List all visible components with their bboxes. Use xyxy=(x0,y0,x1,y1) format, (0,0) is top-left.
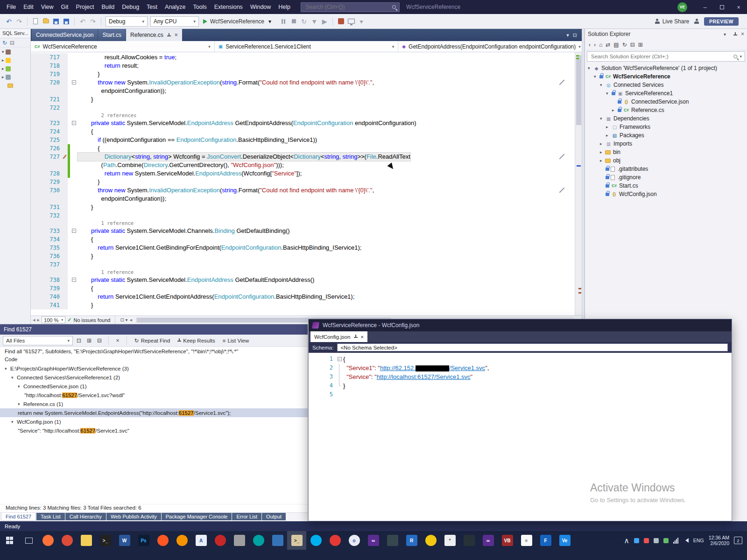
tool-tab-find-61527[interactable]: Find 61527 xyxy=(1,513,36,521)
taskbar-app-dark-tool[interactable] xyxy=(383,531,402,550)
code-text[interactable]: if ((endpointConfiguration == EndpointCo… xyxy=(78,136,317,144)
fold-margin[interactable] xyxy=(70,293,78,301)
suggestion-icon[interactable] xyxy=(559,154,564,159)
tree-expander-icon[interactable]: ▸ xyxy=(600,141,605,146)
tree-expander-icon[interactable]: ▾ xyxy=(18,402,23,406)
code-line[interactable]: 720− throw new System.InvalidOperationEx… xyxy=(31,78,575,87)
tree-expander-icon[interactable]: ▾ xyxy=(594,74,599,79)
menu-item-edit[interactable]: Edit xyxy=(20,0,37,14)
code-line[interactable]: 730 throw new System.InvalidOperationExc… xyxy=(31,186,575,195)
code-text[interactable]: endpointConfiguration)); xyxy=(78,87,166,95)
find-scope-dropdown[interactable]: All Files▾ xyxy=(3,336,73,345)
list-view-button[interactable]: ≡List View xyxy=(220,337,252,344)
breakpoint-margin[interactable] xyxy=(31,220,48,227)
fold-margin[interactable] xyxy=(70,70,78,78)
network-icon[interactable] xyxy=(673,538,678,544)
taskbar-app-photoshop[interactable]: Ps xyxy=(134,531,153,550)
json-text[interactable]: { xyxy=(343,355,345,364)
tree-expander-icon[interactable]: ▸ xyxy=(612,108,617,112)
attach-tool-icon[interactable] xyxy=(336,16,345,27)
expand-all-icon[interactable]: ⊞ xyxy=(85,336,93,345)
taskbar-app-visual-studio-2019[interactable]: ∞ xyxy=(479,531,498,550)
menu-item-tools[interactable]: Tools xyxy=(190,0,211,14)
json-line[interactable]: 5 xyxy=(309,390,732,399)
maximize-button[interactable] xyxy=(713,0,730,14)
tool-tab-output[interactable]: Output xyxy=(262,513,286,520)
navigate-back-icon[interactable]: ↶ xyxy=(4,16,14,27)
fold-margin[interactable] xyxy=(70,203,78,211)
code-text[interactable]: throw new System.InvalidOperationExcepti… xyxy=(78,186,374,195)
pin-icon[interactable] xyxy=(354,335,358,339)
tree-expander-icon[interactable]: ▾ xyxy=(600,83,605,87)
find-result-row[interactable]: ▾Connected Services\ServiceReference1 (2… xyxy=(0,373,308,382)
code-line[interactable]: 724 { xyxy=(31,127,575,136)
code-line[interactable]: 727 Dictionary<string, string> Wcfconfig… xyxy=(31,153,575,161)
open-file-icon[interactable] xyxy=(41,16,50,27)
taskbar-app-git-bash[interactable]: >_ xyxy=(287,531,306,550)
code-text[interactable]: private static System.ServiceModel.Chann… xyxy=(78,227,290,235)
code-line[interactable]: 740 return Service1Client.GetEndpointAdd… xyxy=(31,293,575,301)
code-text[interactable]: } xyxy=(78,95,93,104)
sql-object-node[interactable]: ▸ xyxy=(0,73,30,81)
breakpoint-margin[interactable] xyxy=(31,53,48,62)
code-text[interactable]: result.AllowCookies = true; xyxy=(78,53,176,62)
code-text[interactable]: { xyxy=(78,284,93,293)
restart-icon[interactable]: ↻ xyxy=(299,16,309,27)
breakpoint-margin[interactable] xyxy=(31,144,48,153)
sql-object-node[interactable]: ▾ xyxy=(0,48,30,56)
fold-margin[interactable] xyxy=(70,244,78,252)
float-window-title-bar[interactable]: WcfServiceReference - WcfConfig.json xyxy=(309,319,732,331)
tool-tab-task-list[interactable]: Task List xyxy=(36,513,65,520)
breakpoint-margin[interactable] xyxy=(31,161,48,169)
quick-search-input[interactable] xyxy=(304,3,392,11)
breakpoint-margin[interactable] xyxy=(31,104,48,112)
menu-item-git[interactable]: Git xyxy=(57,0,72,14)
code-line[interactable]: (Path.Combine(Directory.GetCurrentDirect… xyxy=(31,161,575,169)
breakpoint-margin[interactable] xyxy=(31,136,48,144)
taskbar-app-word[interactable]: W xyxy=(115,531,134,550)
sql-object-node[interactable]: ▸ xyxy=(0,56,30,64)
tray-icon-blue[interactable] xyxy=(634,538,639,543)
breakpoint-margin[interactable] xyxy=(31,227,48,235)
breakpoint-margin[interactable] xyxy=(31,62,48,70)
breakpoint-margin[interactable] xyxy=(31,169,48,178)
tray-icon-green[interactable] xyxy=(663,538,669,543)
tool-tab-error-list[interactable]: Error List xyxy=(232,513,261,520)
language-indicator[interactable]: ENG xyxy=(693,538,704,543)
codelens-text[interactable]: 2 references xyxy=(78,112,136,119)
menu-item-help[interactable]: Help xyxy=(275,0,294,14)
tree-item-connected-services[interactable]: ▾◎Connected Services xyxy=(585,81,747,89)
pin-icon[interactable] xyxy=(733,32,737,36)
feedback-icon[interactable] xyxy=(694,19,699,24)
fold-collapse-icon[interactable]: − xyxy=(338,357,342,361)
code-line[interactable]: 723− private static System.ServiceModel.… xyxy=(31,119,575,127)
member-dropdown[interactable]: ◆GetEndpointAddress(EndpointConfiguratio… xyxy=(398,41,582,52)
menu-item-analyze[interactable]: Analyze xyxy=(161,0,189,14)
tab-reference-cs[interactable]: Reference.cs× xyxy=(126,29,182,41)
find-result-row[interactable]: ▾E:\Projects\GraphHoper\WcfServiceRefere… xyxy=(0,364,308,373)
find-panel-title[interactable]: Find 61527 xyxy=(0,324,308,335)
breakpoint-margin[interactable] xyxy=(31,112,48,119)
menu-item-test[interactable]: Test xyxy=(143,0,161,14)
collapse-all-icon[interactable]: ⊟ xyxy=(630,42,635,48)
menu-item-window[interactable]: Window xyxy=(247,0,275,14)
switch-views-icon[interactable]: ⇄ xyxy=(606,42,610,48)
collapse-all-icon[interactable]: ⊟ xyxy=(10,40,14,46)
start-debugging-button[interactable]: WcfServiceReference ▾ xyxy=(200,16,278,27)
start-button[interactable] xyxy=(0,531,19,550)
tree-item-obj[interactable]: ▸obj xyxy=(585,156,747,165)
tree-item-connectedservice-json[interactable]: {}ConnectedService.json xyxy=(585,98,747,106)
hidden-icons-chevron[interactable]: ∧ xyxy=(624,536,629,545)
fold-margin[interactable] xyxy=(336,372,343,381)
codelens-annotation[interactable]: 2 references xyxy=(31,112,575,119)
breakpoint-margin[interactable] xyxy=(31,70,48,78)
find-result-row[interactable]: ▾WcfConfig.json (1) xyxy=(0,417,308,426)
tool-tab-call-hierarchy[interactable]: Call Hierarchy xyxy=(65,513,106,520)
redo-icon[interactable]: ↷ xyxy=(88,16,98,27)
taskbar-app-firefox[interactable] xyxy=(38,531,57,550)
fold-margin[interactable] xyxy=(336,381,343,390)
taskbar-app-f-app[interactable]: F xyxy=(536,531,555,550)
tree-expander-icon[interactable]: ▸ xyxy=(600,158,605,163)
breakpoint-margin[interactable] xyxy=(31,276,48,284)
close-icon[interactable]: × xyxy=(175,32,178,38)
